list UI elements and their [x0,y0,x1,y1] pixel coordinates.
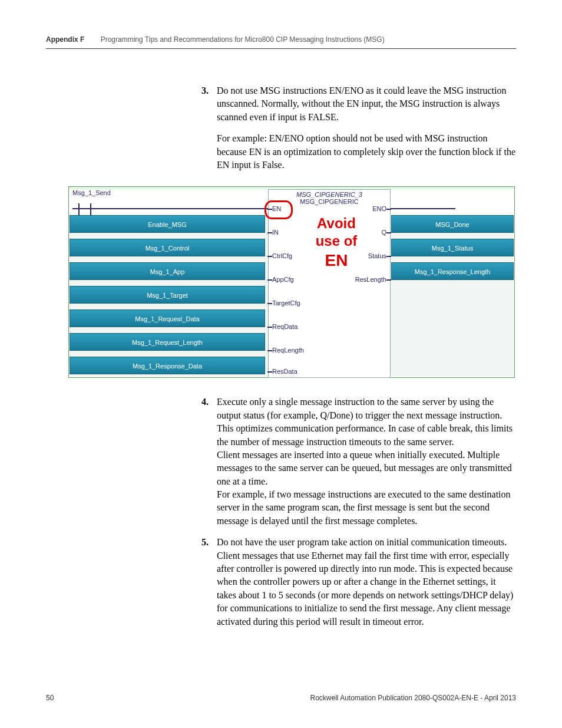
item4-p3: For example, if two message instructions… [217,488,516,528]
tag-msg1-reslen[interactable]: Msg_1_Response_Length [391,262,514,280]
appendix-label: Appendix F [46,35,84,44]
item-number: 4. [201,396,209,409]
pin-reslength: ResLength [355,276,386,283]
tag-msg1-reqlen[interactable]: Msg_1_Request_Length [70,333,265,351]
rung-start-icon [72,203,96,215]
pin-targetcfg: TargetCfg [272,299,300,307]
item4-p2: Client messages are inserted into a queu… [217,449,516,488]
en-highlight-circle-icon [265,200,293,219]
tag-msg1-app[interactable]: Msg_1_App [70,262,265,280]
tag-msg-done[interactable]: MSG_Done [391,215,514,233]
pin-q: Q [381,229,386,236]
page-header: Appendix F Programming Tips and Recommen… [46,35,516,49]
header-title: Programming Tips and Recommendations for… [101,35,385,44]
fb-instance-name: MSG_CIPGENERIC_3 [269,190,390,198]
rung-label: Msg_1_Send [72,189,111,196]
avoid-label-2: use of [301,233,372,250]
rung-wire [72,208,455,209]
item5-p1: Do not have the user program take action… [217,536,516,628]
tag-msg1-resdata[interactable]: Msg_1_Response_Data [70,357,265,374]
pin-reqlength: ReqLength [272,347,304,354]
pin-resdata: ResData [272,368,297,375]
pin-appcfg: AppCfg [272,276,294,283]
ladder-diagram: Msg_1_Send Enable_MSG Msg_1_Control Msg_… [68,186,515,378]
publication-id: Rockwell Automation Publication 2080-QS0… [310,694,516,702]
page-footer: 50 Rockwell Automation Publication 2080-… [46,694,516,702]
tag-enable-msg[interactable]: Enable_MSG [70,215,265,233]
item4-p1: Execute only a single message instructio… [217,396,516,449]
item-number: 5. [201,536,209,549]
page-number: 50 [46,694,54,702]
item3-p1: Do not use MSG instructions EN/ENO as it… [217,84,516,124]
list-item-5: 5. Do not have the user program take act… [217,536,516,628]
tag-msg1-control[interactable]: Msg_1_Control [70,239,265,256]
tag-msg1-reqdata[interactable]: Msg_1_Request_Data [70,309,265,327]
item-number: 3. [201,84,209,97]
item3-p2: For example: EN/ENO option should not be… [217,132,516,172]
tag-msg1-status[interactable]: Msg_1_Status [391,239,514,256]
tag-msg1-target[interactable]: Msg_1_Target [70,286,265,304]
avoid-label-1: Avoid [301,215,372,232]
avoid-label-3: EN [301,251,372,271]
pin-eno: ENO [372,205,386,212]
pin-in: IN [272,229,279,236]
pin-reqdata: ReqData [272,323,297,330]
list-item-3: 3. Do not use MSG instructions EN/ENO as… [217,84,516,172]
pin-ctrlcfg: CtrlCfg [272,252,292,259]
list-item-4: 4. Execute only a single message instruc… [217,396,516,528]
